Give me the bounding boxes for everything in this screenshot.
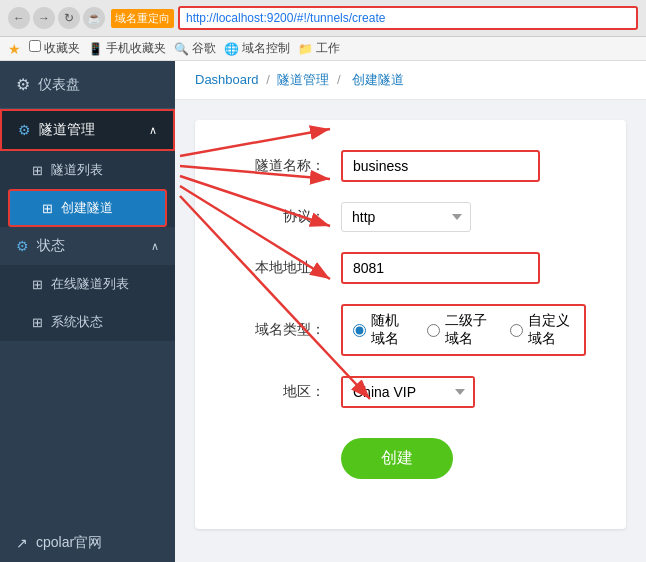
online-tunnels-label: 在线隧道列表 <box>51 275 129 293</box>
cpolar-label: cpolar官网 <box>36 534 102 552</box>
create-button[interactable]: 创建 <box>341 438 453 479</box>
tunnel-mgmt-label: 隧道管理 <box>39 121 95 139</box>
nav-buttons: ← → ↻ ☕ <box>8 7 105 29</box>
local-addr-input[interactable] <box>341 252 540 284</box>
breadcrumb-current: 创建隧道 <box>352 72 404 87</box>
radio-custom-label: 自定义域名 <box>528 312 574 348</box>
radio-random-input[interactable] <box>353 324 366 337</box>
back-button[interactable]: ← <box>8 7 30 29</box>
grid-icon-create: ⊞ <box>42 201 53 216</box>
region-row: 地区： China VIP China US EU <box>235 376 586 408</box>
region-label: 地区： <box>235 383 325 401</box>
radio-random-domain[interactable]: 随机域名 <box>353 312 407 348</box>
status-submenu: ⊞ 在线隧道列表 ⊞ 系统状态 <box>0 265 175 341</box>
sidebar-item-online-tunnels[interactable]: ⊞ 在线隧道列表 <box>0 265 175 303</box>
breadcrumb-sep2: / <box>337 72 341 87</box>
status-icon: ⚙ <box>16 238 29 254</box>
sidebar-item-system-status[interactable]: ⊞ 系统状态 <box>0 303 175 341</box>
address-bar-wrap: 域名重定向 <box>111 6 638 30</box>
grid-icon-online: ⊞ <box>32 277 43 292</box>
local-addr-label: 本地地址： <box>235 259 325 277</box>
protocol-label: 协议： <box>235 208 325 226</box>
chevron-up-icon-2: ∧ <box>151 240 159 253</box>
bookmarks-bar: ★ 收藏夹 📱 手机收藏夹 🔍 谷歌 🌐 域名控制 📁 工作 <box>0 37 646 61</box>
breadcrumb-sep1: / <box>266 72 270 87</box>
redirect-label: 域名重定向 <box>111 9 174 28</box>
home-button[interactable]: ☕ <box>83 7 105 29</box>
submit-row: 创建 <box>235 428 586 479</box>
star-icon: ★ <box>8 41 21 57</box>
form-container: 隧道名称： 协议： http https tcp udp 本地地址： <box>195 120 626 529</box>
bookmark-domain[interactable]: 🌐 域名控制 <box>224 40 290 57</box>
region-select[interactable]: China VIP China US EU <box>343 378 473 406</box>
sidebar-item-status[interactable]: ⚙ 状态 ∧ <box>0 227 175 265</box>
sidebar: ⚙ 仪表盘 ⚙ 隧道管理 ∧ ⊞ 隧道列表 ⊞ 创建隧道 ⚙ 状态 ∧ <box>0 61 175 562</box>
content-area: Dashboard / 隧道管理 / 创建隧道 隧道名称： 协议： http h… <box>175 61 646 562</box>
tunnel-name-label: 隧道名称： <box>235 157 325 175</box>
bookmarks-checkbox[interactable] <box>29 40 41 52</box>
tunnel-name-row: 隧道名称： <box>235 150 586 182</box>
region-select-wrap: China VIP China US EU <box>341 376 475 408</box>
domain-type-label: 域名类型： <box>235 321 325 339</box>
tunnel-name-input[interactable] <box>341 150 540 182</box>
refresh-button[interactable]: ↻ <box>58 7 80 29</box>
breadcrumb-home[interactable]: Dashboard <box>195 72 259 87</box>
radio-subdomain-input[interactable] <box>427 324 440 337</box>
radio-random-label: 随机域名 <box>371 312 407 348</box>
domain-type-row: 域名类型： 随机域名 二级子域名 自定义域名 <box>235 304 586 356</box>
dashboard-label: 仪表盘 <box>38 76 80 94</box>
breadcrumb: Dashboard / 隧道管理 / 创建隧道 <box>175 61 646 100</box>
chevron-up-icon: ∧ <box>149 124 157 137</box>
sidebar-item-cpolar[interactable]: ↗ cpolar官网 <box>0 524 175 562</box>
bookmarks-toggle[interactable]: 收藏夹 <box>29 40 80 57</box>
tunnel-list-label: 隧道列表 <box>51 161 103 179</box>
bookmark-google[interactable]: 🔍 谷歌 <box>174 40 216 57</box>
create-tunnel-label: 创建隧道 <box>61 199 113 217</box>
system-status-label: 系统状态 <box>51 313 103 331</box>
tunnel-mgmt-icon: ⚙ <box>18 122 31 138</box>
radio-custom-input[interactable] <box>510 324 523 337</box>
radio-subdomain[interactable]: 二级子域名 <box>427 312 491 348</box>
bookmark-mobile[interactable]: 📱 手机收藏夹 <box>88 40 166 57</box>
radio-subdomain-label: 二级子域名 <box>445 312 491 348</box>
sidebar-logo[interactable]: ⚙ 仪表盘 <box>0 61 175 109</box>
grid-icon-sysstat: ⊞ <box>32 315 43 330</box>
status-label: 状态 <box>37 237 65 255</box>
radio-custom-domain[interactable]: 自定义域名 <box>510 312 574 348</box>
protocol-select[interactable]: http https tcp udp <box>341 202 471 232</box>
sidebar-item-tunnel-management[interactable]: ⚙ 隧道管理 ∧ <box>0 109 175 151</box>
address-input[interactable] <box>178 6 638 30</box>
browser-bar: ← → ↻ ☕ 域名重定向 <box>0 0 646 37</box>
dashboard-icon: ⚙ <box>16 75 30 94</box>
sidebar-item-tunnel-list[interactable]: ⊞ 隧道列表 <box>0 151 175 189</box>
main-layout: ⚙ 仪表盘 ⚙ 隧道管理 ∧ ⊞ 隧道列表 ⊞ 创建隧道 ⚙ 状态 ∧ <box>0 61 646 562</box>
breadcrumb-parent[interactable]: 隧道管理 <box>277 72 329 87</box>
bookmark-work[interactable]: 📁 工作 <box>298 40 340 57</box>
local-addr-row: 本地地址： <box>235 252 586 284</box>
domain-type-radio-group: 随机域名 二级子域名 自定义域名 <box>341 304 586 356</box>
forward-button[interactable]: → <box>33 7 55 29</box>
tunnel-mgmt-submenu: ⊞ 隧道列表 ⊞ 创建隧道 <box>0 151 175 227</box>
grid-icon-tunnellist: ⊞ <box>32 163 43 178</box>
external-link-icon: ↗ <box>16 535 28 551</box>
protocol-select-wrap: http https tcp udp <box>341 202 471 232</box>
sidebar-item-create-tunnel[interactable]: ⊞ 创建隧道 <box>8 189 167 227</box>
protocol-row: 协议： http https tcp udp <box>235 202 586 232</box>
